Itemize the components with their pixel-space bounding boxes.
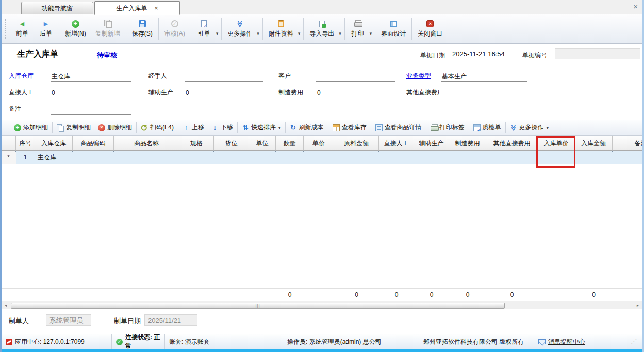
grid-header-row: 序号 入库仓库 商品编码 商品名称 规格 货位 单位 数量 单价 原料金额 直接…: [2, 136, 642, 151]
make-date-label: 制单日期: [114, 316, 141, 326]
print-label-button[interactable]: 打印标签: [427, 122, 468, 133]
col-qty[interactable]: 数量: [276, 136, 304, 151]
close-window-button[interactable]: × 关闭窗口: [413, 15, 447, 42]
scrollbar-thumb[interactable]: |||: [11, 303, 505, 309]
cell-direct-labor[interactable]: [379, 151, 414, 164]
view-product-detail-button[interactable]: 查看商品详情: [372, 122, 425, 133]
copy-detail-button[interactable]: 复制明细: [53, 122, 94, 133]
add-icon: +: [72, 20, 79, 28]
col-in-amount[interactable]: 入库金额: [575, 136, 613, 151]
more-actions-dropdown-icon[interactable]: ▾: [257, 22, 261, 36]
ui-design-button[interactable]: 界面设计: [376, 15, 410, 42]
handler-label: 经手人: [148, 72, 167, 80]
new-button[interactable]: + 新增(N): [60, 15, 91, 42]
cell-product-code[interactable]: [73, 151, 114, 164]
col-direct-labor[interactable]: 直接人工: [379, 136, 414, 151]
total-mfg-cost: 0: [449, 289, 486, 302]
message-center-link[interactable]: 消息提醒中心: [548, 338, 585, 346]
add-detail-button[interactable]: + 添加明细: [10, 122, 52, 133]
prev-doc-button[interactable]: ◄ 前单: [10, 15, 34, 42]
view-stock-button[interactable]: 查看库存: [329, 122, 370, 133]
more-actions-button[interactable]: ≫ 更多操作: [223, 15, 257, 42]
import-export-dropdown-icon[interactable]: ▾: [339, 22, 343, 36]
cell-location[interactable]: [214, 151, 249, 164]
biztype-label[interactable]: 业务类型: [406, 72, 439, 80]
cell-qty[interactable]: [276, 151, 304, 164]
quick-sort-button[interactable]: ⇅ 快速排序 ▾: [238, 122, 285, 133]
col-spec[interactable]: 规格: [179, 136, 214, 151]
col-remark[interactable]: 备注: [613, 136, 642, 151]
pull-doc-button[interactable]: 引单: [192, 15, 216, 42]
qc-check-icon: [473, 124, 481, 131]
tab-production-inbound[interactable]: 生产入库单×: [94, 1, 180, 15]
cell-product-name[interactable]: [114, 151, 179, 164]
delete-detail-button[interactable]: × 删除明细: [94, 122, 136, 133]
save-button[interactable]: 保存(S): [127, 15, 157, 42]
col-in-price[interactable]: 入库单价: [538, 136, 575, 151]
cell-price[interactable]: [304, 151, 334, 164]
biztype-field[interactable]: 基本生产: [441, 72, 527, 82]
cell-in-amount[interactable]: [575, 151, 613, 164]
col-seq[interactable]: 序号: [16, 136, 35, 151]
pull-dropdown-icon[interactable]: ▾: [216, 22, 221, 36]
cell-mfg-cost[interactable]: [449, 151, 486, 164]
move-up-button[interactable]: ↑ 上移: [179, 122, 208, 133]
horizontal-scrollbar[interactable]: ◄ ||| ►: [2, 301, 642, 309]
cell-aux-production[interactable]: [414, 151, 449, 164]
scan-button[interactable]: 扫码(F4): [137, 122, 177, 133]
scroll-right-icon[interactable]: ►: [634, 304, 642, 307]
refresh-cost-button[interactable]: ↻ 刷新成本: [286, 122, 327, 133]
tab-bar: 功能导航窗 生产入库单× ×: [2, 0, 642, 14]
envelope-icon: [538, 339, 546, 344]
mfg-cost-field[interactable]: 0: [316, 88, 395, 98]
other-cost-field[interactable]: [439, 88, 527, 98]
direct-labor-field[interactable]: 0: [51, 88, 131, 98]
toolbar-drag-handle[interactable]: [5, 19, 8, 39]
grid-more-actions-button[interactable]: ≫ 更多操作 ▾: [506, 122, 553, 133]
red-x-icon: ×: [426, 20, 434, 27]
window-close-icon[interactable]: ×: [633, 2, 638, 11]
maker-row: 制单人 系统管理员 制单日期 2025/11/21: [2, 309, 642, 334]
cell-unit[interactable]: [249, 151, 276, 164]
move-down-button[interactable]: ↓ 下移: [208, 122, 237, 133]
toolbar-separator: [126, 18, 126, 40]
remark-field[interactable]: [51, 105, 131, 115]
cell-seq[interactable]: 1: [16, 151, 35, 164]
doc-no-field[interactable]: [555, 48, 640, 59]
table-row[interactable]: * 1 主仓库: [2, 151, 642, 164]
col-warehouse[interactable]: 入库仓库: [35, 136, 73, 151]
col-product-code[interactable]: 商品编码: [73, 136, 114, 151]
tab-function-nav[interactable]: 功能导航窗: [21, 2, 93, 14]
resize-grip-icon[interactable]: ⋰: [631, 338, 638, 345]
cell-remark[interactable]: [613, 151, 642, 164]
col-location[interactable]: 货位: [214, 136, 249, 151]
print-button[interactable]: 打印: [346, 15, 370, 42]
cell-spec[interactable]: [179, 151, 214, 164]
col-product-name[interactable]: 商品名称: [114, 136, 179, 151]
attachments-button[interactable]: 附件资料: [264, 15, 298, 42]
print-dropdown-icon[interactable]: ▾: [370, 22, 374, 36]
import-export-button[interactable]: 导入导出: [305, 15, 339, 42]
qc-doc-button[interactable]: 质检单: [470, 122, 505, 133]
doc-date-field[interactable]: 2025-11-21 16:54: [452, 50, 521, 58]
cell-material-amount[interactable]: [334, 151, 379, 164]
aux-production-field[interactable]: 0: [185, 88, 263, 98]
handler-field[interactable]: [185, 72, 263, 82]
col-mfg-cost[interactable]: 制造费用: [449, 136, 486, 151]
status-bar: 应用中心: 127.0.0.1:7099 ✓ 连接状态: 正常 账套: 演示账套…: [2, 334, 642, 349]
cell-warehouse[interactable]: 主仓库: [35, 151, 73, 164]
col-unit[interactable]: 单位: [249, 136, 276, 151]
next-doc-button[interactable]: ► 后单: [34, 15, 58, 42]
col-other-direct-cost[interactable]: 其他直接费用: [486, 136, 538, 151]
attachments-dropdown-icon[interactable]: ▾: [298, 22, 303, 36]
col-material-amount[interactable]: 原料金额: [334, 136, 379, 151]
col-aux-production[interactable]: 辅助生产: [414, 136, 449, 151]
cell-other-direct-cost[interactable]: [486, 151, 538, 164]
cell-in-price[interactable]: [538, 151, 575, 164]
scroll-left-icon[interactable]: ◄: [2, 304, 10, 307]
col-price[interactable]: 单价: [304, 136, 334, 151]
warehouse-field[interactable]: 主仓库: [51, 72, 131, 82]
customer-field[interactable]: [316, 72, 395, 82]
tab-close-icon[interactable]: ×: [154, 4, 158, 12]
doc-no-label: 单据编号: [522, 51, 547, 60]
